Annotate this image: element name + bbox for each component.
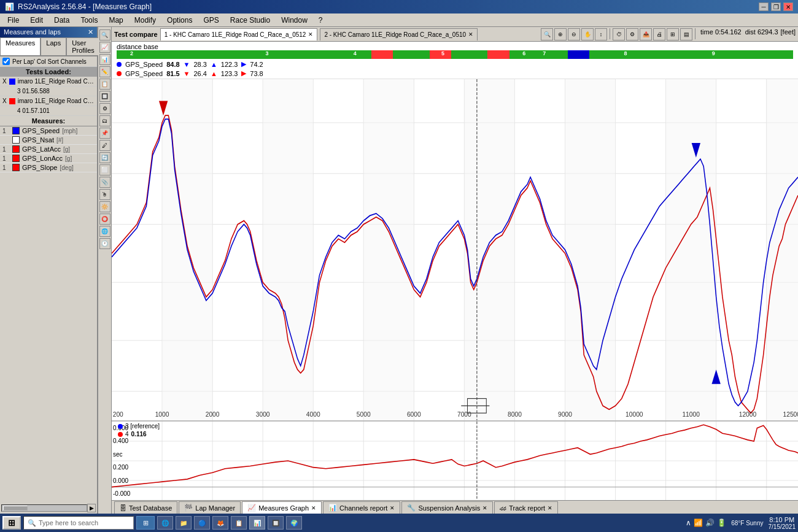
- main-chart-svg[interactable]: 200 1000 2000 3000 4000 5000 6000 7000 8…: [112, 79, 798, 420]
- tab-lap-manager[interactable]: 🏁 Lap Manager: [179, 501, 241, 514]
- tab-laps[interactable]: Laps: [41, 37, 66, 56]
- settings-btn[interactable]: ⚙: [626, 28, 638, 40]
- graph-area: Test compare 1 - KHC Camaro 1LE_Ridge Ro…: [112, 27, 798, 514]
- tool-btn-14[interactable]: 🖱: [99, 189, 110, 200]
- charts-container[interactable]: 200 1000 2000 3000 4000 5000 6000 7000 8…: [112, 79, 798, 500]
- cursor-btn[interactable]: ↕: [595, 28, 607, 40]
- tab-test-database[interactable]: 🗄 Test Database: [114, 501, 177, 514]
- taskbar-browser2[interactable]: 🌍: [286, 516, 302, 530]
- test-tab-1[interactable]: 1 - KHC Camaro 1LE_Ridge Road C_Race_a_0…: [160, 28, 318, 40]
- taskbar-explorer[interactable]: 📁: [176, 516, 192, 530]
- network-icon[interactable]: 📶: [694, 519, 703, 527]
- suspension-icon: 🔧: [407, 504, 416, 512]
- tool-btn-4[interactable]: ✏️: [99, 66, 110, 77]
- menu-options[interactable]: Options: [162, 15, 197, 26]
- test1-time: 3 01.56.588: [2, 88, 50, 94]
- menu-data[interactable]: Data: [49, 15, 74, 26]
- menu-map[interactable]: Map: [104, 15, 128, 26]
- menu-modify[interactable]: Modify: [130, 15, 161, 26]
- test-tab-1-close[interactable]: ✕: [308, 31, 313, 37]
- test-tab-2-close[interactable]: ✕: [468, 31, 473, 37]
- battery-icon[interactable]: 🔋: [717, 519, 726, 527]
- panel-tabs[interactable]: Measures Laps User Profiles: [0, 37, 97, 56]
- tool-btn-3[interactable]: 📊: [99, 54, 110, 65]
- search-bar[interactable]: 🔍 Type here to search: [23, 516, 134, 530]
- menu-help[interactable]: ?: [314, 15, 328, 26]
- taskbar-chrome[interactable]: 🔵: [194, 516, 210, 530]
- menu-window[interactable]: Window: [276, 15, 312, 26]
- track-tab-close[interactable]: ✕: [548, 505, 552, 511]
- layout-btn[interactable]: ⊞: [667, 28, 679, 40]
- tool-btn-8[interactable]: 🗂: [99, 115, 110, 126]
- tool-btn-17[interactable]: 🌐: [99, 226, 110, 237]
- sub-chart-svg[interactable]: [112, 422, 798, 500]
- tool-btn-7[interactable]: ⚙: [99, 103, 110, 114]
- print-btn[interactable]: 🖨: [653, 28, 665, 40]
- pan-btn[interactable]: ✋: [581, 28, 594, 40]
- close-button[interactable]: ✕: [783, 2, 793, 11]
- menu-gps[interactable]: GPS: [198, 15, 223, 26]
- tab-measures-graph[interactable]: 📈 Measures Graph ✕: [242, 501, 322, 514]
- menu-racestudio[interactable]: Race Studio: [225, 15, 275, 26]
- tool-btn-13[interactable]: 📎: [99, 177, 110, 188]
- main-chart-container[interactable]: 200 1000 2000 3000 4000 5000 6000 7000 8…: [112, 79, 798, 420]
- measure-color-1: [12, 136, 20, 144]
- tool-btn-12[interactable]: ⬜: [99, 164, 110, 175]
- dist-unit: [feet]: [780, 28, 796, 40]
- taskbar-firefox[interactable]: 🦊: [212, 516, 228, 530]
- tool-btn-15[interactable]: 🔆: [99, 201, 110, 212]
- taskbar-app2[interactable]: 🔲: [268, 516, 284, 530]
- scrollbar-thumb[interactable]: [3, 506, 28, 511]
- tool-btn-6[interactable]: 🔲: [99, 91, 110, 102]
- panel-close-icon[interactable]: ✕: [88, 28, 93, 36]
- tab-lap-manager-label: Lap Manager: [195, 504, 235, 512]
- tab-suspension-analysis[interactable]: 🔧 Suspension Analysis ✕: [401, 501, 493, 514]
- tray-icon-1[interactable]: ∧: [686, 519, 691, 527]
- taskbar-rs2[interactable]: 📊: [249, 516, 265, 530]
- tool-btn-16[interactable]: ⭕: [99, 214, 110, 225]
- start-button[interactable]: ⊞: [2, 516, 21, 530]
- tool-btn-5[interactable]: 📋: [99, 79, 110, 90]
- tool-btn-2[interactable]: 📈: [99, 42, 110, 53]
- channels-tab-close[interactable]: ✕: [390, 505, 395, 511]
- sync-btn[interactable]: ⏱: [613, 28, 625, 40]
- tool-btn-10[interactable]: 🖊: [99, 140, 110, 151]
- clock-area[interactable]: 68°F Sunny: [731, 520, 763, 526]
- time-date[interactable]: 8:10 PM 7/15/2021: [769, 516, 796, 530]
- minimize-button[interactable]: ─: [759, 2, 769, 11]
- scroll-right-btn[interactable]: ▶: [87, 504, 96, 512]
- taskbar-office[interactable]: 📋: [231, 516, 247, 530]
- export-btn[interactable]: 📤: [640, 28, 652, 40]
- tool-btn-1[interactable]: 🔍: [99, 29, 110, 40]
- tool-btn-18[interactable]: 🕐: [99, 238, 110, 249]
- suspension-tab-close[interactable]: ✕: [482, 505, 487, 511]
- tab-channels-report[interactable]: 📊 Channels report ✕: [323, 501, 400, 514]
- svg-rect-23: [464, 79, 514, 420]
- menu-tools[interactable]: Tools: [76, 15, 103, 26]
- tab-track-report[interactable]: 🏎 Track report ✕: [494, 501, 558, 514]
- tool-btn-9[interactable]: 📌: [99, 128, 110, 139]
- tool-btn-11[interactable]: 🔄: [99, 152, 110, 163]
- sub-legend-row-2: 4 0.116: [118, 431, 160, 438]
- measures-tab-close[interactable]: ✕: [311, 505, 316, 511]
- tab-track-report-label: Track report: [509, 504, 545, 512]
- legend-right-icon-2: ▶: [241, 69, 246, 77]
- title-bar-controls[interactable]: ─ ❒ ✕: [759, 2, 793, 11]
- tab-measures[interactable]: Measures: [0, 37, 41, 56]
- restore-button[interactable]: ❒: [771, 2, 781, 11]
- menu-file[interactable]: File: [2, 15, 24, 26]
- measure-row-2: 1 GPS_LatAcc [g]: [0, 145, 97, 154]
- volume-icon[interactable]: 🔊: [705, 519, 715, 527]
- layout2-btn[interactable]: ▤: [680, 28, 692, 40]
- test-tab-2[interactable]: 2 - KHC Camaro 1LE_Ridge Road C_Race_a_0…: [320, 28, 478, 40]
- zoom-fit-btn[interactable]: 🔍: [541, 28, 553, 40]
- per-lap-checkbox[interactable]: [2, 58, 10, 65]
- menu-edit[interactable]: Edit: [25, 15, 48, 26]
- tab-user-profiles[interactable]: User Profiles: [66, 37, 100, 56]
- zoom-in-btn[interactable]: ⊕: [554, 28, 567, 40]
- zoom-out-btn[interactable]: ⊖: [568, 28, 580, 40]
- horizontal-scrollbar[interactable]: [1, 504, 87, 512]
- sub-chart-container[interactable]: 3 [reference] 4 0.116 0.600 0.400 sec 0.…: [112, 420, 798, 500]
- taskbar-edge[interactable]: 🌐: [157, 516, 173, 530]
- taskview-button[interactable]: ⊞: [136, 516, 155, 530]
